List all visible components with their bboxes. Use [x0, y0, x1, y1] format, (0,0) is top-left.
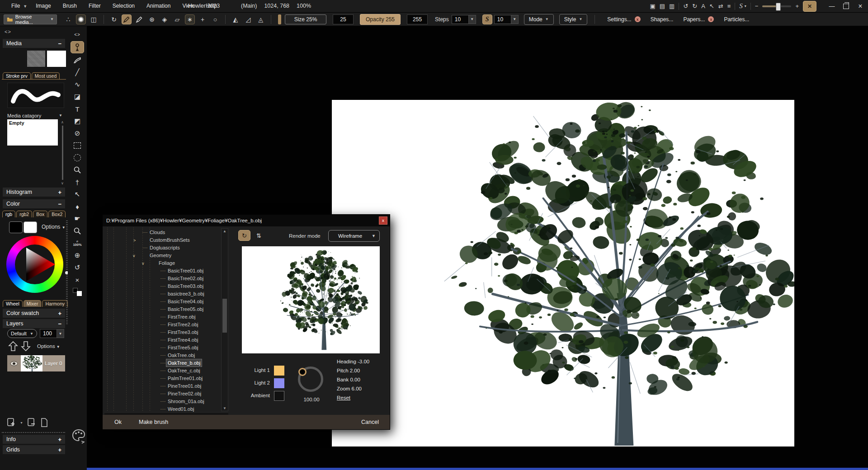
tree-item-palmtree01-obj[interactable]: PalmTree01.obj: [104, 375, 220, 382]
tree-item-basictree04-obj[interactable]: BasicTree04.obj: [104, 298, 220, 305]
pan-tool[interactable]: ⊕: [71, 250, 84, 261]
swap-buffers-icon[interactable]: ⇄: [718, 0, 723, 12]
expand-icon[interactable]: +: [58, 189, 61, 196]
blend-mode-dropdown[interactable]: Default ▼: [7, 329, 37, 338]
palette-icon[interactable]: [71, 428, 86, 444]
media-category-label[interactable]: Media catagory: [7, 113, 41, 118]
scroll-up-icon[interactable]: ▲: [222, 229, 228, 233]
grids-header[interactable]: Grids+: [3, 445, 65, 454]
color-header[interactable]: Color−: [3, 199, 65, 208]
scroll-down-icon[interactable]: ▼: [222, 406, 228, 410]
dots-icon[interactable]: ∴: [63, 14, 73, 24]
layer-visibility-cell[interactable]: [7, 355, 21, 371]
menu-item-filter[interactable]: Filter: [83, 0, 107, 12]
paste-selection-icon[interactable]: ▤: [660, 0, 665, 12]
pin-tool[interactable]: †: [71, 177, 84, 188]
size-value[interactable]: 25: [333, 14, 354, 24]
asterisk-button[interactable]: ∗: [185, 14, 195, 24]
cursor-icon[interactable]: ↖: [709, 0, 714, 12]
tab-rgb[interactable]: rgb: [2, 211, 15, 217]
tab-box[interactable]: Box: [33, 211, 47, 217]
note-icon[interactable]: ▱: [172, 14, 182, 24]
layer-row[interactable]: Layer 0: [7, 355, 65, 371]
color-options-button[interactable]: Options ▼: [42, 224, 66, 230]
line-tool[interactable]: ╱: [71, 67, 84, 78]
translate-mode-button[interactable]: ⇅: [253, 230, 265, 241]
file-tree-scrollbar[interactable]: ▲ ▼: [221, 228, 228, 411]
circle-slash-tool[interactable]: ⊘: [71, 128, 84, 139]
expand-icon[interactable]: +: [58, 436, 61, 443]
opacity-button[interactable]: Opacity 255: [360, 14, 401, 25]
tab-mixer[interactable]: Mixer: [24, 300, 42, 307]
shapes-button[interactable]: Shapes...: [651, 16, 674, 23]
scroll-up-icon[interactable]: ∧: [61, 120, 64, 124]
primary-color-swatch[interactable]: [9, 221, 23, 233]
dialog-titlebar[interactable]: D:¥Program Files (x86)¥Howler¥Geometry¥F…: [103, 215, 390, 226]
object-preview[interactable]: [242, 246, 380, 353]
layer-up-icon[interactable]: [8, 341, 18, 352]
clamp-icon[interactable]: ◫: [89, 14, 99, 24]
collapse-icon[interactable]: −: [58, 320, 61, 327]
secondary-color-swatch[interactable]: [24, 221, 37, 233]
color-wheel[interactable]: [6, 236, 63, 293]
dialog-close-button[interactable]: x: [379, 216, 387, 225]
expand-icon[interactable]: +: [58, 446, 61, 453]
layer-down-icon[interactable]: [21, 341, 31, 352]
color-swatch-header[interactable]: Color swatch+: [3, 309, 65, 318]
redo-icon[interactable]: ↻: [692, 0, 697, 12]
tab-harmony[interactable]: Harmony: [42, 300, 68, 307]
tree-item-custombrushsets[interactable]: >CustomBrushSets: [104, 236, 220, 244]
histogram-header[interactable]: Histogram+: [3, 188, 65, 197]
window-minimize-button[interactable]: —: [827, 3, 837, 9]
style-button[interactable]: Style▼: [559, 14, 588, 25]
shear-tool[interactable]: ◩: [71, 116, 84, 127]
rect-select-tool[interactable]: [71, 140, 84, 151]
window-close-button[interactable]: ×: [855, 2, 865, 10]
reset-link[interactable]: Reset: [337, 393, 369, 402]
tree-item-pinetree01-obj[interactable]: PineTree01.obj: [104, 382, 220, 390]
new-page-icon[interactable]: [40, 418, 48, 428]
fg-bg-swatches[interactable]: [71, 287, 84, 297]
window-restore-button[interactable]: [843, 4, 849, 9]
papers-button[interactable]: Papers... x: [683, 16, 714, 23]
media-category-item[interactable]: Empty: [9, 120, 24, 126]
magnifier-tool[interactable]: [71, 164, 84, 175]
text-tool[interactable]: T: [71, 103, 84, 114]
tree-item-shroom-01a-obj[interactable]: Shroom_01a.obj: [104, 398, 220, 405]
menu-item-animation[interactable]: Animation: [141, 0, 176, 12]
tree-item-basictree01-obj[interactable]: BasicTree01.obj: [104, 267, 220, 274]
list-icon[interactable]: ≡: [727, 0, 731, 12]
collapse-ui-tool[interactable]: ×: [71, 274, 84, 285]
zoom-100-tool[interactable]: ⌀100%: [71, 238, 84, 249]
pencil-tool-button[interactable]: [122, 14, 132, 24]
move-icon[interactable]: +: [198, 14, 208, 24]
scroll-track[interactable]: [62, 126, 63, 180]
layers-header[interactable]: Layers−: [3, 319, 65, 328]
lens-zoom-tool[interactable]: [71, 226, 84, 236]
tab-box2[interactable]: Box2: [48, 211, 66, 217]
layer-opacity-dropdown[interactable]: 100 ▼: [40, 329, 64, 338]
lasso-icon[interactable]: ○: [210, 14, 220, 24]
tree-item-oaktree-obj[interactable]: OakTree.obj: [104, 352, 220, 359]
scroll-down-icon[interactable]: ∨: [61, 181, 64, 185]
render-mode-dropdown[interactable]: Wireframe ▼: [328, 230, 380, 242]
curve-tool[interactable]: ∿: [71, 79, 84, 90]
tree-item-basictree3-b-obj[interactable]: basictree3_b.obj: [104, 290, 220, 297]
pen-tool-icon[interactable]: [134, 14, 144, 24]
tab-wheel[interactable]: Wheel: [3, 300, 23, 307]
layer-options-button[interactable]: Options ▼: [37, 343, 60, 349]
collapse-panel-icon[interactable]: <>: [5, 29, 11, 34]
zoom-slider[interactable]: [762, 5, 791, 7]
mirror-icon[interactable]: ◭: [231, 14, 241, 24]
undo-icon[interactable]: ↺: [683, 0, 688, 12]
media-category-list[interactable]: Empty: [7, 119, 58, 146]
tree-item-clouds[interactable]: Clouds: [104, 229, 220, 236]
tree-item-basictree02-obj[interactable]: BasicTree02.obj: [104, 275, 220, 282]
smooth-stroke-button[interactable]: S: [482, 14, 492, 24]
paint-tool-button[interactable]: [71, 41, 84, 53]
scripts-caret-icon[interactable]: ▾: [745, 0, 746, 12]
canvas[interactable]: [332, 100, 794, 446]
ok-button[interactable]: Ok: [114, 419, 122, 425]
expand-icon[interactable]: +: [58, 310, 61, 317]
hsv-triangle[interactable]: [6, 236, 63, 293]
